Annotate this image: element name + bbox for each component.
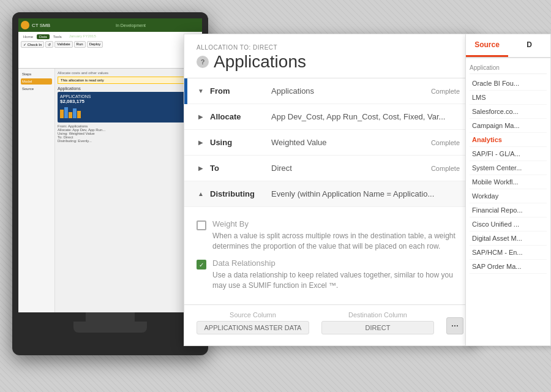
source-col-label: Source Column xyxy=(197,311,309,318)
data-rel-label: Data Relationship xyxy=(212,258,465,268)
rp-item-3[interactable]: Campaign Ma... xyxy=(470,119,547,133)
rp-item-11[interactable]: Digital Asset M... xyxy=(470,232,547,246)
sidebar-item-model[interactable]: Model xyxy=(21,78,52,85)
tab-tools[interactable]: Tools xyxy=(51,34,64,39)
main-content: Allocate costs and other values This all… xyxy=(55,69,202,312)
tab-home[interactable]: Home xyxy=(21,34,36,39)
dialog-footer: Source Column APPLICATIONS MASTER DATA D… xyxy=(184,304,477,345)
monitor: CT SMB In Development Home Data Tools Ja… xyxy=(12,12,208,355)
right-panel-section-title: Application xyxy=(470,62,547,74)
dest-col-value[interactable]: DIRECT xyxy=(321,321,434,334)
allocate-value: App Dev_Cost, App Run_Cost, Cost, Fixed,… xyxy=(271,112,465,121)
app-logo xyxy=(21,21,29,29)
to-expand[interactable]: ▶ xyxy=(197,164,205,173)
ribbon-btn-deploy[interactable]: Deploy xyxy=(87,41,103,48)
to-label: To xyxy=(210,164,271,173)
ribbon-btn-run[interactable]: Run xyxy=(74,41,86,48)
right-panel-content: Application Oracle BI Fou... LMS Salesfo… xyxy=(466,58,550,277)
bar-4 xyxy=(73,108,77,118)
mini-card-label: APPLICATIONS xyxy=(60,94,197,99)
from-label: From xyxy=(210,86,271,96)
rp-item-7[interactable]: Mobile Workfl... xyxy=(470,175,547,189)
data-rel-content: Data Relationship Use a data relationshi… xyxy=(212,258,465,291)
dest-col-section: Destination Column DIRECT xyxy=(321,311,434,334)
rp-item-2[interactable]: Salesforce.co... xyxy=(470,105,547,119)
rows-table: ▼ From Applications Complete ▶ Allocate … xyxy=(184,78,477,211)
rp-item-6[interactable]: System Center... xyxy=(470,161,547,175)
rp-item-4[interactable]: Analytics xyxy=(470,133,547,147)
allocate-label: Allocate xyxy=(210,112,271,121)
to-value: Direct xyxy=(271,164,431,173)
right-panel: Source D Application Oracle BI Fou... LM… xyxy=(465,34,551,346)
using-status: Complete xyxy=(431,139,460,146)
weight-by-label: Weight By xyxy=(212,219,465,228)
from-expand[interactable]: ▼ xyxy=(197,87,205,96)
monitor-screen: CT SMB In Development Home Data Tools Ja… xyxy=(18,18,202,312)
right-panel-tabs: Source D xyxy=(466,34,550,58)
mini-card-amount: $2,083,175 xyxy=(60,99,197,104)
rp-item-8[interactable]: Workday xyxy=(470,189,547,203)
dialog-title: Applications xyxy=(214,52,306,72)
footer-columns: Source Column APPLICATIONS MASTER DATA D… xyxy=(197,311,465,334)
distributing-value: Evenly (within Application Name = Applic… xyxy=(271,189,465,198)
ribbon-date: January FY2015 xyxy=(69,34,96,39)
using-label: Using xyxy=(210,138,271,147)
sidebar-item-steps[interactable]: Steps xyxy=(21,71,52,77)
from-color-bar xyxy=(184,78,187,104)
row-allocate[interactable]: ▶ Allocate App Dev_Cost, App Run_Cost, C… xyxy=(184,104,477,130)
app-bar-title: CT SMB xyxy=(32,23,116,28)
tab-data[interactable]: Data xyxy=(37,34,50,39)
distributing-expand[interactable]: ▲ xyxy=(197,190,205,198)
footer-action: ⋯ xyxy=(446,311,465,334)
app-bar: CT SMB In Development xyxy=(18,18,202,32)
dialog-header: ALLOCATION TO: DIRECT ? Applications xyxy=(184,34,477,78)
ribbon-btn-check[interactable]: ✓ Check In xyxy=(21,41,44,48)
right-tab-source[interactable]: Source xyxy=(466,34,508,57)
dialog-title-row: ? Applications xyxy=(197,52,465,72)
mini-breadcrumb: Allocate costs and other values xyxy=(58,71,200,75)
ribbon-buttons: ✓ Check In ↺ Validate Run Deploy xyxy=(21,41,200,48)
right-tab-d[interactable]: D xyxy=(508,34,550,57)
data-rel-checkbox[interactable]: ✓ xyxy=(197,260,206,270)
rp-item-1[interactable]: LMS xyxy=(470,91,547,105)
using-expand[interactable]: ▶ xyxy=(197,138,205,147)
from-status: Complete xyxy=(431,88,460,95)
bar-5 xyxy=(77,111,81,118)
checkbox-section: Weight By When a value is split across m… xyxy=(184,211,477,304)
source-col-value[interactable]: APPLICATIONS MASTER DATA xyxy=(197,321,309,334)
rp-item-5[interactable]: SAP/FI - GL/A... xyxy=(470,147,547,161)
ribbon: Home Data Tools January FY2015 ✓ Check I… xyxy=(18,32,202,69)
help-icon[interactable]: ? xyxy=(197,56,209,68)
main-dialog: ALLOCATION TO: DIRECT ? Applications ▼ F… xyxy=(184,34,478,346)
ribbon-btn-refresh[interactable]: ↺ xyxy=(45,41,53,48)
allocate-expand[interactable]: ▶ xyxy=(197,113,205,121)
row-using[interactable]: ▶ Using Weighted Value Complete xyxy=(184,130,477,156)
mini-chart xyxy=(60,106,197,118)
mini-alert: This allocation is read only xyxy=(58,77,200,84)
row-to[interactable]: ▶ To Direct Complete xyxy=(184,156,477,181)
bar-2 xyxy=(64,107,68,118)
monitor-stand-bottom xyxy=(73,322,147,333)
source-col-section: Source Column APPLICATIONS MASTER DATA xyxy=(197,311,309,334)
weight-by-desc: When a value is split across multiple ro… xyxy=(212,231,465,252)
from-value: Applications xyxy=(271,86,431,96)
weight-by-row: Weight By When a value is split across m… xyxy=(197,219,465,252)
rp-item-12[interactable]: SAP/HCM - En... xyxy=(470,246,547,260)
distributing-label: Distributing xyxy=(210,189,271,198)
mini-dist-label: Distributing: Evenly... xyxy=(58,139,200,143)
row-distributing[interactable]: ▲ Distributing Evenly (within Applicatio… xyxy=(184,181,477,207)
dest-col-label: Destination Column xyxy=(321,311,434,318)
footer-action-btn[interactable]: ⋯ xyxy=(446,317,463,334)
rp-item-0[interactable]: Oracle BI Fou... xyxy=(470,77,547,91)
ribbon-btn-validate[interactable]: Validate xyxy=(54,41,72,48)
rp-item-13[interactable]: SAP Order Ma... xyxy=(470,260,547,274)
sidebar: Steps Model Source xyxy=(18,69,55,312)
data-rel-row: ✓ Data Relationship Use a data relations… xyxy=(197,258,465,291)
ribbon-tabs: Home Data Tools January FY2015 xyxy=(21,34,200,39)
weight-by-checkbox[interactable] xyxy=(197,221,206,230)
sidebar-item-source[interactable]: Source xyxy=(21,86,52,92)
row-from[interactable]: ▼ From Applications Complete xyxy=(184,78,477,104)
rp-item-10[interactable]: Cisco Unified ... xyxy=(470,217,547,232)
rp-item-9[interactable]: Financial Repo... xyxy=(470,203,547,217)
content-area: Steps Model Source Allocate costs and ot… xyxy=(18,69,202,312)
